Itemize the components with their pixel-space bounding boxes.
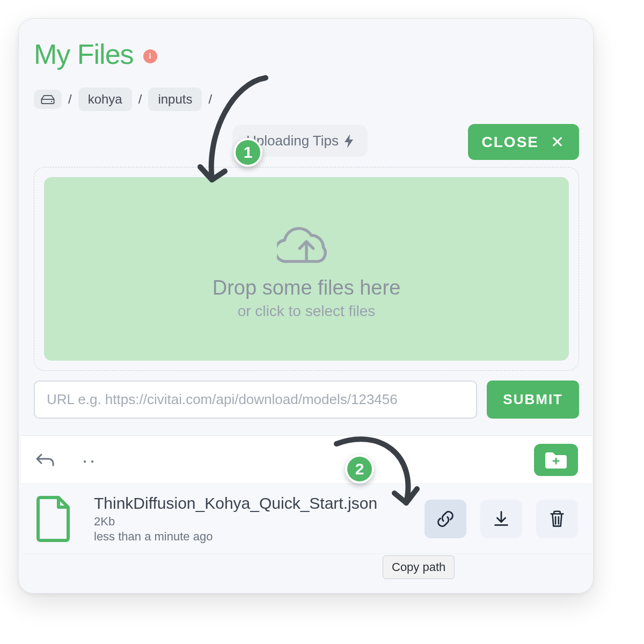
copy-path-button[interactable] xyxy=(425,500,466,538)
url-upload-row: SUBMIT xyxy=(34,380,579,419)
back-arrow-icon xyxy=(35,450,54,470)
download-icon xyxy=(491,509,511,529)
file-name: ThinkDiffusion_Kohya_Quick_Start.json xyxy=(94,494,377,513)
my-files-panel: My Files i / kohya / inputs / Uploading … xyxy=(18,18,594,594)
dropzone-main-text: Drop some files here xyxy=(213,276,401,299)
page-title: My Files xyxy=(34,38,134,70)
breadcrumb-sep: / xyxy=(68,92,72,107)
disk-icon xyxy=(40,94,55,105)
breadcrumb-item-kohya[interactable]: kohya xyxy=(78,87,132,111)
close-label: CLOSE xyxy=(482,134,539,151)
link-icon xyxy=(435,509,456,529)
download-button[interactable] xyxy=(480,500,522,538)
breadcrumb-sep: / xyxy=(138,92,142,107)
parent-directory-label: .. xyxy=(82,445,97,467)
file-list: .. ThinkDiffusion_Kohya_Quick_Start.json… xyxy=(21,435,592,554)
new-folder-button[interactable] xyxy=(534,444,578,476)
dropzone-sub-text: or click to select files xyxy=(238,303,376,320)
file-size: 2Kb xyxy=(94,515,377,529)
info-icon[interactable]: i xyxy=(143,49,157,63)
dropzone[interactable]: Drop some files here or click to select … xyxy=(44,177,569,361)
annotation-step-2: 2 xyxy=(345,455,374,484)
copy-path-tooltip: Copy path xyxy=(383,555,455,579)
dropzone-container: Drop some files here or click to select … xyxy=(34,167,579,371)
title-row: My Files i xyxy=(34,38,157,70)
breadcrumb-root-icon[interactable] xyxy=(34,90,62,109)
svg-point-1 xyxy=(51,101,52,102)
lightning-icon xyxy=(344,134,354,148)
submit-button[interactable]: SUBMIT xyxy=(487,380,579,419)
breadcrumb-sep: / xyxy=(208,92,212,107)
close-button[interactable]: CLOSE ✕ xyxy=(468,124,579,160)
url-input[interactable] xyxy=(34,380,477,419)
file-row[interactable]: ThinkDiffusion_Kohya_Quick_Start.json 2K… xyxy=(21,484,592,554)
file-actions xyxy=(425,500,578,538)
breadcrumb: / kohya / inputs / xyxy=(34,87,218,111)
parent-directory-row[interactable]: .. xyxy=(21,436,592,484)
file-meta: ThinkDiffusion_Kohya_Quick_Start.json 2K… xyxy=(94,494,377,544)
cloud-upload-icon xyxy=(277,218,336,267)
delete-button[interactable] xyxy=(536,500,578,538)
breadcrumb-item-inputs[interactable]: inputs xyxy=(148,87,202,111)
file-time: less than a minute ago xyxy=(94,530,377,544)
annotation-step-1: 1 xyxy=(233,138,262,167)
folder-plus-icon xyxy=(544,450,568,470)
file-icon xyxy=(35,495,74,543)
submit-label: SUBMIT xyxy=(503,391,563,408)
close-icon: ✕ xyxy=(551,133,565,151)
trash-icon xyxy=(547,509,567,529)
